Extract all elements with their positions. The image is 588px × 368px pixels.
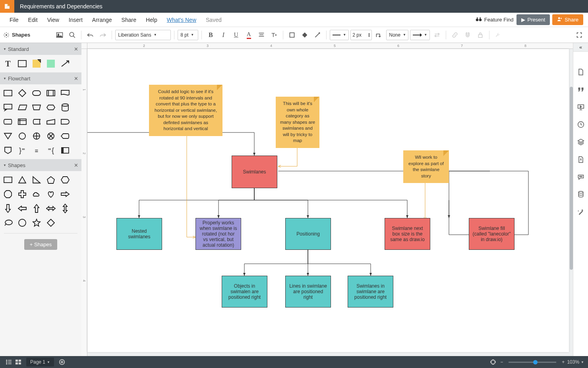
fc-predefined[interactable] (45, 88, 56, 99)
shape-style-icon[interactable] (312, 29, 323, 41)
image-insert-icon[interactable] (54, 29, 65, 41)
sh-double-arrow-h[interactable] (45, 203, 56, 214)
fc-data[interactable] (17, 102, 28, 113)
text-options-icon[interactable]: T▸ (269, 29, 280, 41)
sh-right-triangle[interactable] (31, 174, 42, 185)
sh-arrow-right[interactable] (60, 189, 71, 200)
wrench-icon[interactable] (493, 29, 504, 41)
layers-icon[interactable] (576, 138, 585, 146)
fc-process[interactable] (2, 88, 14, 99)
feature-find[interactable]: Feature Find (476, 16, 514, 23)
menu-arrange[interactable]: Arrange (87, 15, 117, 25)
menu-file[interactable]: File (5, 15, 23, 25)
magnet-icon[interactable] (462, 29, 473, 41)
align-icon[interactable] (256, 29, 267, 41)
note-yellow-shape[interactable] (31, 58, 42, 69)
node-positioning[interactable]: Positioning (285, 218, 331, 250)
menu-edit[interactable]: Edit (23, 15, 43, 25)
arrow-line-shape[interactable] (60, 58, 71, 69)
sh-triangle[interactable] (17, 174, 28, 185)
lock-icon[interactable] (475, 29, 486, 41)
sticky-note-explore[interactable]: Wll work to explore as part of the swiml… (403, 150, 449, 183)
fc-database[interactable] (60, 102, 71, 113)
panel-standard-header[interactable]: ▼Standard✕ (0, 43, 81, 55)
comments-icon[interactable] (576, 173, 585, 181)
shapes-gear-icon[interactable]: Shapes (3, 29, 30, 41)
fc-preparation[interactable] (45, 102, 56, 113)
menu-help[interactable]: Help (141, 15, 162, 25)
line-width-input[interactable]: 2 px▴▾ (350, 30, 372, 40)
fc-note[interactable]: ≡ (31, 145, 42, 156)
sh-callout[interactable] (2, 217, 14, 228)
target-icon[interactable] (488, 357, 498, 367)
zoom-slider[interactable] (509, 362, 556, 363)
text-shape[interactable]: T (2, 58, 14, 69)
sh-arrow-left[interactable] (17, 203, 28, 214)
bold-icon[interactable]: B (205, 29, 216, 41)
presentation-icon[interactable] (576, 103, 585, 111)
menu-insert[interactable]: Insert (64, 15, 87, 25)
app-logo[interactable] (0, 0, 14, 13)
link-icon[interactable] (449, 29, 460, 41)
fc-merge[interactable] (2, 130, 14, 142)
add-page-icon[interactable] (57, 357, 67, 367)
master-page-icon[interactable] (576, 155, 585, 164)
rect-shape[interactable] (17, 58, 28, 69)
node-nextbox[interactable]: Swimlane next box size is the same as dr… (385, 218, 430, 250)
magic-icon[interactable] (576, 208, 585, 216)
sh-octagon[interactable] (2, 189, 14, 200)
zoom-level[interactable]: 103% (567, 359, 579, 365)
font-color-icon[interactable]: A (243, 29, 254, 41)
sh-arrow-down[interactable] (2, 203, 14, 214)
border-color-icon[interactable] (299, 29, 310, 41)
redo-icon[interactable] (97, 29, 108, 41)
arrow-end-select[interactable]: ▼ (410, 30, 430, 40)
document-title[interactable]: Requirements and Dependencies (20, 3, 103, 10)
sh-star[interactable] (31, 217, 42, 228)
menu-share[interactable]: Share (117, 15, 141, 25)
fc-internal[interactable] (17, 116, 28, 127)
sh-pentagon[interactable] (45, 174, 56, 185)
sh-hexagon[interactable] (60, 174, 71, 185)
arrow-start-select[interactable]: None▼ (386, 30, 408, 40)
fill-color-icon[interactable] (286, 29, 298, 41)
close-icon[interactable]: ✕ (74, 46, 78, 52)
sh-double-arrow-v[interactable] (60, 203, 71, 214)
sh-circle[interactable] (17, 217, 28, 228)
close-icon[interactable]: ✕ (74, 76, 78, 82)
outline-icon[interactable] (4, 357, 14, 367)
panel-shapes-header[interactable]: ▼Shapes✕ (0, 159, 81, 171)
search-icon[interactable] (67, 29, 78, 41)
menu-view[interactable]: View (43, 15, 64, 25)
fc-brace-left[interactable]: ⁼{ (45, 145, 56, 156)
fc-brace-right[interactable]: }⁼ (17, 145, 28, 156)
canvas[interactable]: Could add logic to see if it's rotated a… (87, 49, 569, 352)
panel-flowchart-header[interactable]: ▼Flowchart✕ (0, 72, 81, 84)
fc-terminator[interactable] (31, 88, 42, 99)
node-objects-pos[interactable]: Objects in swimalen are positioned right (222, 276, 267, 308)
share-button[interactable]: Share (552, 14, 583, 25)
node-rotated[interactable]: Properly works when swimlane is rotated … (195, 218, 241, 250)
fc-or[interactable] (31, 130, 42, 142)
fc-decision[interactable] (17, 88, 28, 99)
sh-heart[interactable] (45, 189, 56, 200)
sticky-note-category[interactable]: This will be it's own whole category as … (276, 97, 319, 148)
sh-cloud[interactable] (31, 189, 42, 200)
data-icon[interactable] (576, 190, 585, 199)
undo-icon[interactable] (85, 29, 96, 41)
fc-display[interactable] (60, 130, 71, 142)
font-size-select[interactable]: 8 pt▼ (178, 30, 198, 40)
note-green-shape[interactable] (45, 58, 56, 69)
node-sw-pos[interactable]: Swimlanes in swimlane are positioned rig… (348, 276, 393, 308)
present-button[interactable]: ▶ Present (516, 14, 550, 25)
history-icon[interactable] (576, 120, 585, 129)
fc-connector[interactable] (17, 130, 28, 142)
fc-delay[interactable] (60, 116, 71, 127)
line-style-select[interactable]: ▼ (330, 30, 349, 40)
fc-swimlane[interactable] (60, 145, 71, 156)
fullscreen-icon[interactable] (574, 29, 585, 41)
fc-manual-op[interactable] (31, 102, 42, 113)
node-lines-pos[interactable]: Lines in swimlane are positioned right (285, 276, 331, 308)
fc-callout[interactable] (2, 102, 14, 113)
close-icon[interactable]: ✕ (74, 162, 78, 168)
